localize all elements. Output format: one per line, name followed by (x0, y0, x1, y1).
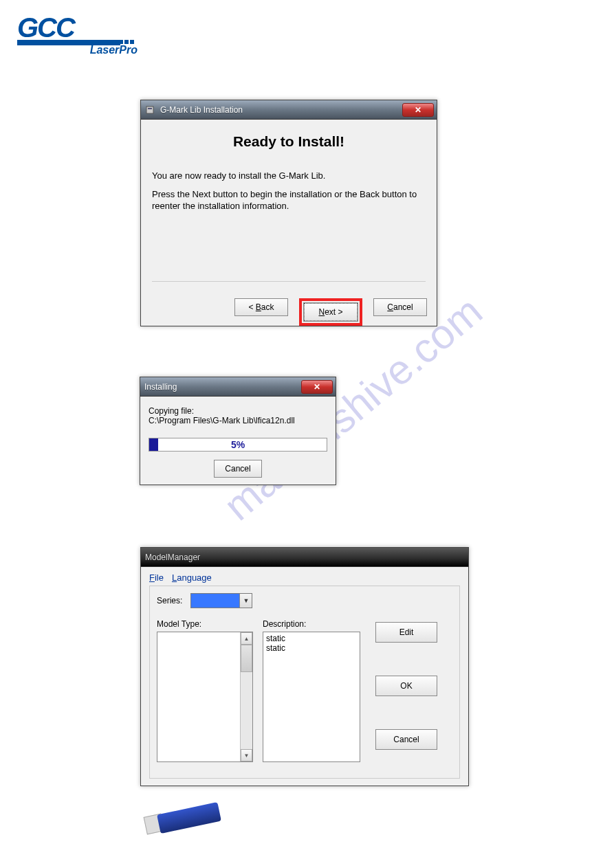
installer-icon (145, 104, 156, 115)
logo-sub-text: LaserPro (17, 44, 138, 56)
model-type-label: Model Type: (157, 619, 253, 629)
edit-button[interactable]: Edit (375, 622, 437, 643)
install-dialog: G-Mark Lib Installation ✕ Ready to Insta… (140, 100, 437, 326)
install-text-1: You are now ready to install the G-Mark … (152, 170, 426, 182)
laser-device-image (141, 803, 230, 836)
back-button[interactable]: < Back (234, 298, 288, 316)
scroll-down-icon[interactable]: ▼ (241, 749, 252, 761)
install-text-2: Press the Next button to begin the insta… (152, 189, 426, 212)
next-button-label: Next > (318, 307, 342, 317)
logo-main-text: GCC (17, 14, 138, 41)
scroll-up-icon[interactable]: ▲ (241, 632, 252, 645)
menu-language[interactable]: Language (172, 572, 212, 583)
close-icon: ✕ (314, 382, 320, 392)
description-box: static static (263, 632, 360, 762)
menu-file[interactable]: File (149, 572, 164, 583)
ok-button[interactable]: OK (375, 676, 437, 696)
copying-file-path: C:\Program Files\G-Mark Lib\lfica12n.dll (149, 416, 327, 425)
cancel-button[interactable]: Cancel (214, 460, 262, 478)
next-button[interactable]: Next > (304, 303, 358, 321)
menubar: File Language (149, 571, 460, 586)
installing-titlebar[interactable]: Installing ✕ (140, 377, 336, 397)
next-button-highlight: Next > (299, 298, 362, 326)
close-icon: ✕ (415, 105, 421, 115)
logo-bar (17, 40, 120, 45)
installing-title: Installing (144, 382, 301, 392)
description-line-1: static (266, 634, 357, 643)
scroll-thumb[interactable] (241, 645, 252, 672)
installing-dialog: Installing ✕ Copying file: C:\Program Fi… (140, 377, 336, 485)
scrollbar[interactable]: ▲ ▼ (240, 632, 252, 761)
series-label: Series: (157, 596, 182, 605)
separator (152, 281, 426, 282)
install-dialog-titlebar[interactable]: G-Mark Lib Installation ✕ (141, 100, 437, 120)
progress-percent: 5% (149, 438, 327, 451)
gcc-logo: GCC LaserPro (17, 14, 138, 56)
cancel-button-label: Cancel (387, 302, 413, 312)
install-dialog-title: G-Mark Lib Installation (160, 105, 402, 115)
back-button-label: < Back (248, 302, 274, 312)
cancel-button[interactable]: Cancel (375, 729, 437, 750)
close-button[interactable]: ✕ (301, 380, 333, 394)
description-line-2: static (266, 643, 357, 653)
install-heading: Ready to Install! (152, 133, 426, 150)
close-button[interactable]: ✕ (402, 103, 434, 117)
cancel-button[interactable]: Cancel (373, 298, 427, 316)
svg-rect-1 (148, 108, 152, 109)
description-label: Description: (263, 619, 360, 629)
series-combobox[interactable]: ▼ (190, 593, 252, 608)
svg-rect-0 (146, 107, 153, 113)
copying-label: Copying file: (149, 406, 327, 416)
modelmanager-titlebar[interactable]: ModelManager (141, 548, 468, 567)
modelmanager-title: ModelManager (145, 553, 468, 562)
chevron-down-icon: ▼ (239, 594, 252, 608)
progress-bar: 5% (149, 438, 327, 452)
modelmanager-dialog: ModelManager File Language Series: ▼ Mod… (140, 547, 469, 786)
model-type-listbox[interactable]: ▲ ▼ (157, 632, 253, 762)
